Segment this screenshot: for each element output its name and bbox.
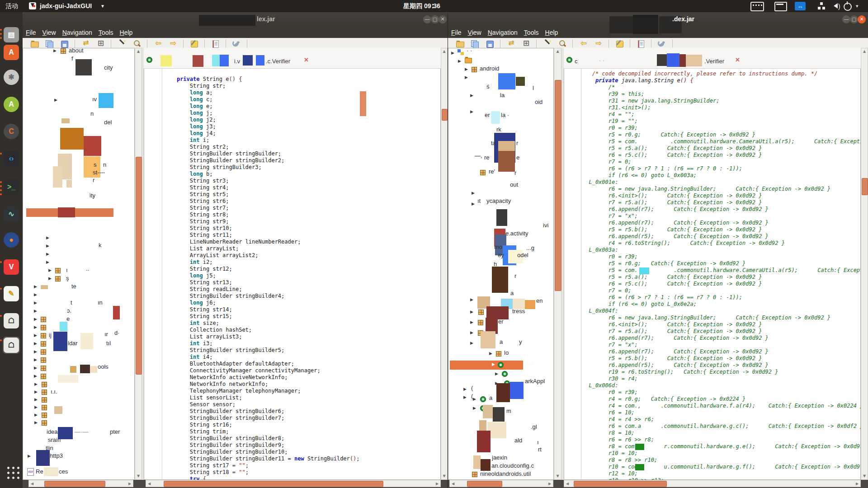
wand-button[interactable] [117, 39, 127, 48]
menu-view[interactable]: View [468, 27, 481, 38]
dock-item-vivaldi[interactable]: V [3, 258, 20, 276]
grid-button[interactable]: ⊞ [96, 39, 106, 48]
right-maximize-button[interactable]: ▢ [850, 15, 858, 23]
code-line: String str10; [164, 225, 440, 232]
code-line: r10 = com. u.commonutil.hardware.g.f(); … [582, 464, 861, 470]
dock-item-firefox[interactable]: ● [3, 231, 20, 249]
right-titlebar[interactable] [448, 12, 868, 28]
right-code-vscrollbar[interactable]: ▲▼ [861, 48, 868, 480]
dock-item-terminal[interactable]: >_ [3, 178, 20, 196]
input-method-icon[interactable] [774, 2, 787, 11]
right-tree-vscrollbar[interactable]: ▲▼ [554, 48, 561, 480]
menu-navigation[interactable]: Navigation [488, 27, 518, 38]
sync-button[interactable]: ⇄ [506, 39, 516, 48]
left-code-vscrollbar[interactable]: ▲▼ [441, 48, 448, 480]
save-button[interactable] [60, 39, 70, 48]
dock-item-crossover[interactable]: C [3, 123, 20, 140]
sync-button[interactable]: ⇄ [81, 39, 91, 48]
left-maximize-button[interactable]: ▢ [431, 15, 439, 23]
forward-button[interactable]: ⇨ [594, 39, 604, 48]
left-minimize-button[interactable]: — [423, 15, 431, 23]
left-code-editor[interactable]: private String e() { String str; long a;… [164, 76, 440, 480]
search-button[interactable] [132, 39, 142, 48]
left-code-hscrollbar[interactable]: ◀▶ [146, 480, 441, 487]
code-line: r5 = r0.g; Catch:{ Exception -> 0x0d92 } [582, 260, 861, 267]
show-applications-grid[interactable] [6, 465, 19, 479]
wrench-button[interactable] [232, 39, 242, 48]
right-close-button[interactable]: ✕ [858, 15, 866, 23]
menu-file[interactable]: File [451, 27, 462, 38]
code-line: /* code decompiled incorrectly, please r… [582, 70, 861, 77]
code-line: L_0x001e: [582, 179, 861, 186]
code-line: L_0x004f: [582, 308, 861, 314]
code-line: r10 = 10; [582, 450, 861, 457]
dock-item-vscode[interactable]: ‹› [3, 150, 20, 167]
keyboard-icon[interactable] [750, 2, 764, 11]
code-line: r7 = "x"; [582, 342, 861, 348]
log-button[interactable] [211, 39, 221, 48]
dock-item-settings[interactable]: ✱ [3, 69, 20, 86]
dock-item-jadx2[interactable]: ☖ [3, 337, 20, 354]
wrench-button[interactable] [657, 39, 667, 48]
volume-icon[interactable] [831, 3, 838, 9]
right-code-editor[interactable]: /* code decompiled incorrectly, please r… [582, 70, 861, 480]
edit-button[interactable] [189, 39, 199, 48]
menu-help[interactable]: Help [120, 27, 133, 38]
teamviewer-icon[interactable]: ↔ [795, 2, 806, 10]
activities-button[interactable]: 活动 [5, 0, 18, 12]
menu-help[interactable]: Help [545, 27, 558, 38]
copy-button[interactable] [470, 39, 480, 48]
code-line: NetworkInfo activeNetworkInfo; [164, 374, 440, 381]
back-button[interactable]: ⇦ [153, 39, 163, 48]
save-button[interactable] [485, 39, 495, 48]
right-minimize-button[interactable]: — [842, 15, 850, 23]
search-button[interactable] [557, 39, 567, 48]
code-line: StringBuilder stringBuilder2; [164, 157, 440, 164]
code-line: String str15; [164, 313, 440, 320]
dock-item-studio[interactable]: A [3, 96, 20, 113]
menu-navigation[interactable]: Navigation [62, 27, 92, 38]
power-icon[interactable] [844, 3, 852, 11]
open-button[interactable] [455, 39, 465, 48]
left-titlebar[interactable] [23, 12, 448, 28]
copy-button[interactable] [45, 39, 55, 48]
dock-item-monitor[interactable]: ∿ [3, 206, 20, 223]
left-close-button[interactable]: ✕ [439, 15, 447, 23]
left-tree-panel[interactable] [23, 48, 135, 480]
dock-item-files[interactable]: ▤ [3, 26, 20, 43]
open-button[interactable] [30, 39, 40, 48]
code-line: r5 = r5.b(); Catch:{ Exception -> 0x0d92… [582, 226, 861, 233]
forward-button[interactable]: ⇨ [168, 39, 178, 48]
back-button[interactable]: ⇦ [579, 39, 589, 48]
code-line: String str3; [164, 178, 440, 184]
log-button[interactable] [636, 39, 646, 48]
toolbar-separator [630, 39, 630, 48]
code-line: ConnectivityManager connectivityManager; [164, 367, 440, 374]
right-tree-panel[interactable] [448, 48, 554, 480]
right-tree-hscrollbar[interactable]: ◀▶ [449, 480, 553, 487]
left-tree-hscrollbar[interactable]: ◀▶ [28, 480, 133, 487]
grid-button[interactable]: ⊞ [521, 39, 531, 48]
menu-tools[interactable]: Tools [99, 27, 113, 38]
code-line: String str8; [164, 211, 440, 218]
menu-view[interactable]: View [42, 27, 56, 38]
toolbar-separator [111, 39, 111, 48]
left-tabbar[interactable] [144, 48, 441, 69]
code-line: r4 = com., .commonutil.hardware.f.a(r4);… [582, 403, 861, 409]
dock-item-jadx1[interactable]: ☖ [3, 312, 20, 329]
left-tree-vscrollbar[interactable]: ▲▼ [135, 48, 142, 480]
edit-button[interactable] [615, 39, 625, 48]
right-tabbar[interactable] [564, 48, 861, 69]
menu-file[interactable]: File [26, 27, 36, 38]
clock[interactable]: 星期四 09∶36 [403, 0, 440, 12]
dock-item-notes[interactable]: ✎ [3, 285, 20, 302]
network-icon[interactable] [817, 2, 826, 10]
app-menu-title[interactable]: jadx-gui-JadxGUI [40, 0, 92, 12]
right-code-hscrollbar[interactable]: ◀▶ [564, 480, 861, 487]
menu-tools[interactable]: Tools [524, 27, 539, 38]
dock-item-software[interactable]: A [3, 44, 20, 61]
code-line: String str17 = ""; [164, 462, 440, 469]
chevron-down-icon[interactable]: ▾ [856, 0, 859, 12]
code-line: r6.append(r5); Catch:{ Exception -> 0x0d… [582, 362, 861, 369]
wand-button[interactable] [542, 39, 552, 48]
